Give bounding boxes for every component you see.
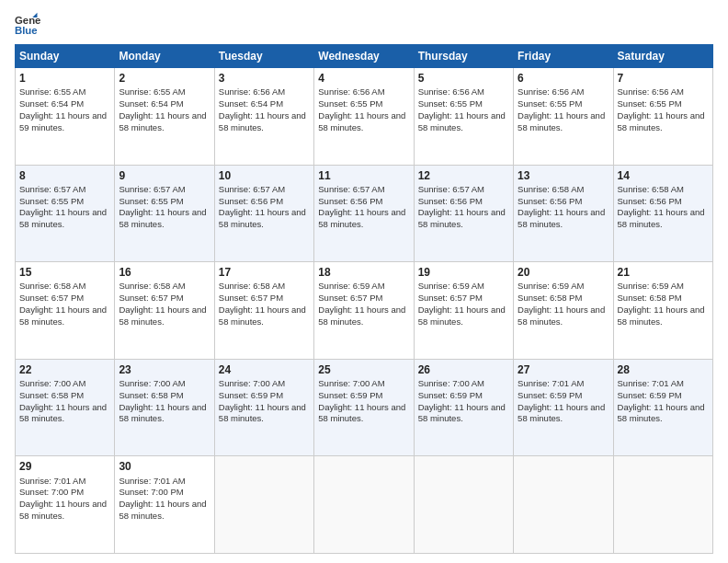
sunset-text: Sunset: 6:57 PM: [418, 293, 483, 303]
sunset-text: Sunset: 6:59 PM: [518, 390, 582, 400]
sunset-text: Sunset: 6:59 PM: [618, 390, 682, 400]
sunset-text: Sunset: 6:56 PM: [418, 196, 483, 206]
daylight-text: Daylight: 11 hours and 58 minutes.: [119, 499, 206, 521]
calendar-cell: 19Sunrise: 6:59 AMSunset: 6:57 PMDayligh…: [414, 262, 513, 360]
daylight-text: Daylight: 11 hours and 58 minutes.: [119, 110, 206, 132]
calendar-cell: 18Sunrise: 6:59 AMSunset: 6:57 PMDayligh…: [314, 262, 414, 360]
sunrise-text: Sunrise: 6:57 AM: [19, 184, 85, 194]
calendar-week-row: 22Sunrise: 7:00 AMSunset: 6:58 PMDayligh…: [16, 359, 713, 456]
sunset-text: Sunset: 6:57 PM: [318, 293, 382, 303]
sunset-text: Sunset: 6:58 PM: [518, 293, 582, 303]
day-number: 6: [518, 71, 609, 86]
calendar-cell: 8Sunrise: 6:57 AMSunset: 6:55 PMDaylight…: [16, 165, 115, 262]
sunrise-text: Sunrise: 7:00 AM: [418, 378, 484, 388]
sunrise-text: Sunrise: 6:59 AM: [418, 281, 484, 291]
day-header: Friday: [514, 45, 613, 68]
day-header: Tuesday: [214, 45, 313, 68]
calendar-table: SundayMondayTuesdayWednesdayThursdayFrid…: [15, 44, 713, 554]
daylight-text: Daylight: 11 hours and 58 minutes.: [19, 207, 107, 229]
day-header: Saturday: [613, 45, 712, 68]
day-number: 14: [618, 168, 709, 183]
sunrise-text: Sunrise: 7:00 AM: [318, 378, 384, 388]
sunrise-text: Sunrise: 7:01 AM: [618, 378, 684, 388]
day-number: 17: [219, 265, 310, 280]
calendar-cell: 4Sunrise: 6:56 AMSunset: 6:55 PMDaylight…: [314, 68, 414, 166]
sunrise-text: Sunrise: 6:59 AM: [618, 281, 684, 291]
day-number: 28: [618, 362, 709, 377]
calendar-cell: 7Sunrise: 6:56 AMSunset: 6:55 PMDaylight…: [613, 68, 712, 166]
calendar-cell: 1Sunrise: 6:55 AMSunset: 6:54 PMDaylight…: [16, 68, 115, 166]
calendar-cell: [214, 456, 313, 554]
sunrise-text: Sunrise: 6:58 AM: [119, 281, 185, 291]
calendar-cell: [314, 456, 414, 554]
calendar-week-row: 8Sunrise: 6:57 AMSunset: 6:55 PMDaylight…: [16, 165, 713, 262]
sunset-text: Sunset: 6:57 PM: [119, 293, 183, 303]
sunrise-text: Sunrise: 7:01 AM: [518, 378, 584, 388]
daylight-text: Daylight: 11 hours and 58 minutes.: [618, 110, 705, 132]
daylight-text: Daylight: 11 hours and 58 minutes.: [618, 304, 705, 327]
daylight-text: Daylight: 11 hours and 58 minutes.: [318, 304, 405, 327]
sunrise-text: Sunrise: 7:00 AM: [219, 378, 285, 388]
sunset-text: Sunset: 6:59 PM: [318, 390, 382, 400]
daylight-text: Daylight: 11 hours and 58 minutes.: [518, 207, 605, 229]
day-number: 4: [318, 71, 409, 86]
calendar-header-row: SundayMondayTuesdayWednesdayThursdayFrid…: [16, 45, 713, 68]
calendar-cell: 11Sunrise: 6:57 AMSunset: 6:56 PMDayligh…: [314, 165, 414, 262]
sunset-text: Sunset: 6:55 PM: [518, 98, 582, 109]
sunset-text: Sunset: 6:57 PM: [19, 293, 84, 303]
calendar-cell: 2Sunrise: 6:55 AMSunset: 6:54 PMDaylight…: [115, 68, 214, 166]
sunrise-text: Sunrise: 6:56 AM: [518, 86, 584, 97]
calendar-cell: 3Sunrise: 6:56 AMSunset: 6:54 PMDaylight…: [214, 68, 313, 166]
sunset-text: Sunset: 6:55 PM: [418, 98, 483, 109]
sunrise-text: Sunrise: 7:01 AM: [19, 476, 85, 486]
sunrise-text: Sunrise: 6:57 AM: [318, 184, 384, 194]
daylight-text: Daylight: 11 hours and 58 minutes.: [418, 402, 506, 424]
sunrise-text: Sunrise: 6:58 AM: [19, 281, 85, 291]
logo-icon: General Blue: [15, 11, 40, 37]
day-number: 24: [219, 362, 310, 377]
sunrise-text: Sunrise: 6:57 AM: [418, 184, 484, 194]
day-number: 3: [219, 71, 310, 86]
day-header: Sunday: [16, 45, 115, 68]
calendar-cell: 24Sunrise: 7:00 AMSunset: 6:59 PMDayligh…: [214, 359, 313, 456]
sunrise-text: Sunrise: 6:59 AM: [318, 281, 384, 291]
calendar-cell: [414, 456, 513, 554]
sunrise-text: Sunrise: 6:58 AM: [518, 184, 584, 194]
daylight-text: Daylight: 11 hours and 58 minutes.: [518, 402, 605, 424]
daylight-text: Daylight: 11 hours and 58 minutes.: [219, 304, 306, 327]
calendar-cell: 10Sunrise: 6:57 AMSunset: 6:56 PMDayligh…: [214, 165, 313, 262]
day-number: 25: [318, 362, 409, 377]
calendar-cell: [613, 456, 712, 554]
sunset-text: Sunset: 6:55 PM: [618, 98, 682, 109]
header: General Blue: [15, 11, 713, 37]
sunset-text: Sunset: 6:58 PM: [119, 390, 183, 400]
sunset-text: Sunset: 7:00 PM: [19, 487, 84, 497]
daylight-text: Daylight: 11 hours and 58 minutes.: [518, 304, 605, 327]
daylight-text: Daylight: 11 hours and 58 minutes.: [19, 499, 107, 521]
calendar-body: 1Sunrise: 6:55 AMSunset: 6:54 PMDaylight…: [16, 68, 713, 554]
day-number: 27: [518, 362, 609, 377]
daylight-text: Daylight: 11 hours and 58 minutes.: [318, 402, 405, 424]
sunrise-text: Sunrise: 7:01 AM: [119, 476, 185, 486]
sunset-text: Sunset: 6:55 PM: [119, 196, 183, 206]
daylight-text: Daylight: 11 hours and 58 minutes.: [318, 207, 405, 229]
calendar-cell: [514, 456, 613, 554]
calendar-cell: 22Sunrise: 7:00 AMSunset: 6:58 PMDayligh…: [16, 359, 115, 456]
sunrise-text: Sunrise: 6:55 AM: [119, 86, 185, 97]
daylight-text: Daylight: 11 hours and 58 minutes.: [418, 110, 506, 132]
sunrise-text: Sunrise: 6:57 AM: [119, 184, 185, 194]
daylight-text: Daylight: 11 hours and 58 minutes.: [618, 207, 705, 229]
daylight-text: Daylight: 11 hours and 58 minutes.: [219, 402, 306, 424]
sunset-text: Sunset: 6:54 PM: [119, 98, 183, 109]
day-number: 8: [19, 168, 110, 183]
sunset-text: Sunset: 6:58 PM: [618, 293, 682, 303]
daylight-text: Daylight: 11 hours and 58 minutes.: [119, 207, 206, 229]
calendar-cell: 5Sunrise: 6:56 AMSunset: 6:55 PMDaylight…: [414, 68, 513, 166]
sunset-text: Sunset: 6:56 PM: [318, 196, 382, 206]
day-number: 18: [318, 265, 409, 280]
sunrise-text: Sunrise: 6:56 AM: [418, 86, 484, 97]
calendar-cell: 25Sunrise: 7:00 AMSunset: 6:59 PMDayligh…: [314, 359, 414, 456]
sunset-text: Sunset: 6:59 PM: [418, 390, 483, 400]
daylight-text: Daylight: 11 hours and 59 minutes.: [19, 110, 107, 132]
logo: General Blue: [15, 11, 44, 37]
